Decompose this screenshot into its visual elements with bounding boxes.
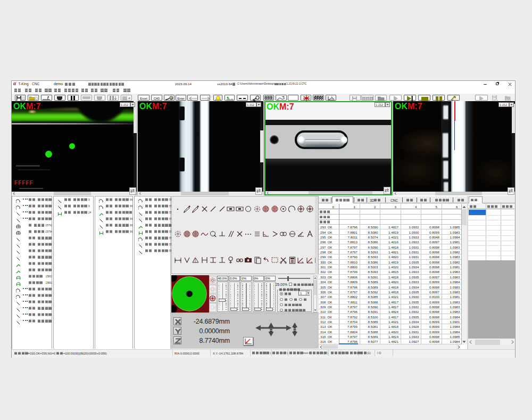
svg-text:x: x [302,260,303,263]
svg-text:L: L [331,96,333,98]
svg-text:x: x [311,260,312,263]
svg-text:B: B [170,97,172,100]
